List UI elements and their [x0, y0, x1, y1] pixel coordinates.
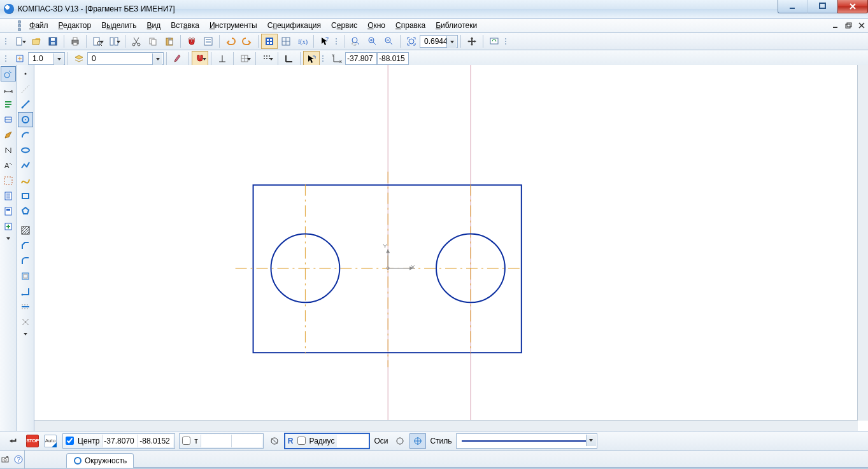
- paste-button[interactable]: [161, 34, 178, 49]
- edit-panel-button[interactable]: [1, 127, 16, 143]
- ellipse-tool-button[interactable]: [18, 143, 33, 158]
- step-button[interactable]: [11, 51, 28, 66]
- tools-dropdown-arrow-icon[interactable]: [24, 330, 27, 339]
- cut-button[interactable]: [128, 34, 145, 49]
- axes-off-button[interactable]: [392, 433, 408, 449]
- radius-input[interactable]: [337, 435, 369, 447]
- tangent-lock-checkbox[interactable]: [182, 437, 190, 445]
- open-button[interactable]: [28, 34, 45, 49]
- arc-tool-button[interactable]: [18, 127, 33, 143]
- chamfer-tool-button[interactable]: [18, 238, 33, 253]
- snap-button[interactable]: [192, 51, 208, 66]
- center-y-input[interactable]: [138, 435, 173, 447]
- circle-tool-button[interactable]: [18, 112, 33, 127]
- menu-select[interactable]: Выделить: [96, 20, 141, 31]
- redo-button[interactable]: [239, 34, 255, 49]
- geometry-panel-button[interactable]: [1, 66, 16, 81]
- perpendicular-button[interactable]: [214, 51, 231, 66]
- menu-help[interactable]: Справка: [390, 20, 430, 31]
- auxline-tool-button[interactable]: [18, 81, 33, 97]
- select-panel-button[interactable]: [1, 173, 16, 188]
- brush-button[interactable]: [169, 51, 186, 66]
- toolbar2-grip[interactable]: [5, 55, 9, 62]
- pan-button[interactable]: [464, 34, 480, 49]
- menu-service[interactable]: Сервис: [326, 20, 362, 31]
- tangent-x-input[interactable]: [201, 435, 231, 447]
- magnet-button[interactable]: [183, 34, 200, 49]
- round-coords-button[interactable]: [303, 51, 320, 66]
- window-close-button[interactable]: [837, 0, 868, 13]
- 2d-view-button[interactable]: [278, 34, 294, 49]
- mdi-close-button[interactable]: [854, 21, 865, 30]
- hatch-tool-button[interactable]: [18, 223, 33, 238]
- properties-button[interactable]: [200, 34, 217, 49]
- radius-lock-checkbox[interactable]: [297, 437, 306, 445]
- menu-insert[interactable]: Вставка: [166, 20, 204, 31]
- help-status-icon[interactable]: ?: [13, 453, 24, 466]
- new-doc-button[interactable]: [11, 34, 28, 49]
- axes-on-button[interactable]: [409, 433, 426, 449]
- drawing-canvas[interactable]: X Y: [34, 65, 868, 431]
- coord-y-input[interactable]: [377, 52, 409, 65]
- mdi-minimize-button[interactable]: [829, 21, 840, 30]
- autorun-button[interactable]: Auto: [42, 433, 59, 449]
- mdi-restore-button[interactable]: [841, 21, 853, 30]
- variables-button[interactable]: f(x): [294, 34, 311, 49]
- menu-tools[interactable]: Инструменты: [204, 20, 262, 31]
- menu-editor[interactable]: Редактор: [53, 20, 97, 31]
- rectangle-tool-button[interactable]: [18, 188, 33, 204]
- coord-x-input[interactable]: [345, 52, 377, 65]
- contour-tool-button[interactable]: [18, 284, 33, 299]
- help-pointer-button[interactable]: ?: [317, 34, 333, 49]
- menubar-grip[interactable]: [18, 18, 22, 32]
- no-diameter-button[interactable]: [266, 433, 283, 449]
- toolbar2-grip2[interactable]: [322, 55, 326, 62]
- toolbar1-grip2[interactable]: [336, 38, 339, 45]
- zoom-fit-button[interactable]: [403, 34, 420, 49]
- spline-tool-button[interactable]: [18, 173, 33, 188]
- misc-tool-button[interactable]: [18, 314, 33, 330]
- tangent-y-input[interactable]: [231, 435, 262, 447]
- center-lock-checkbox[interactable]: [66, 437, 74, 445]
- snap-grid-button[interactable]: [259, 51, 275, 66]
- equidistant-tool-button[interactable]: [18, 299, 33, 314]
- report-panel-button[interactable]: [1, 204, 16, 219]
- measure-panel-button[interactable]: A: [1, 158, 16, 173]
- point-tool-button[interactable]: [18, 66, 33, 81]
- zoom-window-button[interactable]: [348, 34, 364, 49]
- toolbar1-endgrip[interactable]: [505, 38, 509, 45]
- insert-panel-button[interactable]: [1, 219, 16, 234]
- menu-file[interactable]: Файл: [24, 20, 53, 31]
- ortho-button[interactable]: [281, 51, 297, 66]
- notation-panel-button[interactable]: [1, 112, 16, 127]
- grid-button[interactable]: [236, 51, 253, 66]
- line-width-dropdown[interactable]: 1.0: [28, 52, 65, 65]
- stop-command-button[interactable]: STOP: [24, 433, 41, 449]
- window-minimize-button[interactable]: [778, 0, 808, 13]
- window-maximize-button[interactable]: [808, 0, 837, 13]
- vertical-scrollbar[interactable]: [857, 65, 868, 421]
- save-button[interactable]: [45, 34, 61, 49]
- parametry-panel-button[interactable]: [1, 143, 16, 158]
- redraw-button[interactable]: [486, 34, 502, 49]
- polygon-tool-button[interactable]: [18, 204, 33, 219]
- undo-button[interactable]: [222, 34, 239, 49]
- manager-button[interactable]: [261, 34, 278, 49]
- zoom-out-button[interactable]: [381, 34, 397, 49]
- fillet-tool-button[interactable]: [18, 253, 33, 269]
- toolbar1-grip[interactable]: [5, 38, 9, 45]
- center-x-input[interactable]: [102, 435, 138, 447]
- menu-view[interactable]: Вид: [142, 20, 166, 31]
- linestyle-dropdown[interactable]: [456, 433, 597, 449]
- print-button[interactable]: [67, 34, 83, 49]
- coord-system-icon[interactable]: YX: [329, 51, 345, 66]
- panel-dropdown-arrow-icon[interactable]: [6, 234, 10, 243]
- zoom-in-button[interactable]: [364, 34, 381, 49]
- layers-button[interactable]: [71, 51, 87, 66]
- preview-button[interactable]: [89, 34, 106, 49]
- segment-tool-button[interactable]: [18, 97, 33, 112]
- designation-panel-button[interactable]: [1, 97, 16, 112]
- camera-icon[interactable]: [0, 453, 11, 466]
- menu-libs[interactable]: Библиотеки: [430, 20, 482, 31]
- menu-spec[interactable]: Спецификация: [262, 20, 326, 31]
